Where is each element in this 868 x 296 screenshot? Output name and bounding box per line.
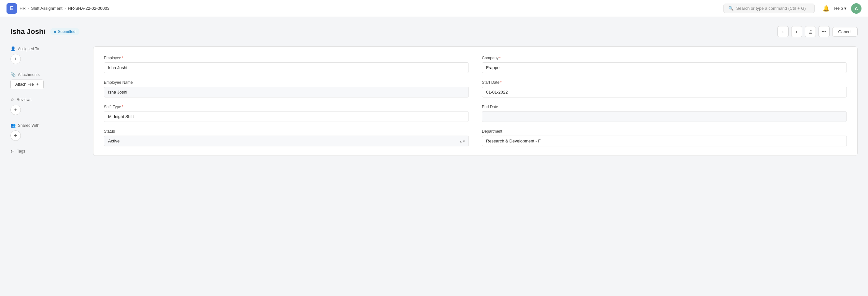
page-header-left: Isha Joshi Submitted — [10, 27, 80, 36]
logo-letter: E — [10, 5, 14, 11]
start-date-label: Start Date* — [482, 80, 847, 85]
assigned-to-add-button[interactable]: + — [10, 54, 21, 64]
reviews-add-button[interactable]: + — [10, 105, 21, 115]
next-button[interactable]: › — [791, 26, 802, 37]
search-bar[interactable]: 🔍 Search or type a command (Ctrl + G) — [723, 4, 815, 13]
paperclip-icon: 📎 — [10, 72, 16, 77]
end-date-label: End Date — [482, 105, 847, 109]
department-input[interactable] — [482, 136, 847, 146]
department-group: Department — [482, 129, 847, 146]
end-date-input[interactable] — [482, 111, 847, 122]
assigned-to-section: 👤 Assigned To + — [10, 46, 85, 64]
shift-type-group: Shift Type* — [104, 105, 469, 122]
status-select-wrapper: Active Inactive ▲▼ — [104, 136, 469, 146]
more-options-button[interactable]: ••• — [818, 26, 830, 37]
shared-icon: 👥 — [10, 123, 16, 128]
employee-name-group: Employee Name — [104, 80, 469, 98]
attachments-title: 📎 Attachments — [10, 72, 85, 77]
employee-name-label: Employee Name — [104, 80, 469, 85]
person-icon: 👤 — [10, 46, 16, 51]
sidebar: 👤 Assigned To + 📎 Attachments Attach Fil… — [10, 46, 85, 154]
attachments-label: Attachments — [18, 72, 40, 77]
status-badge: Submitted — [50, 28, 80, 35]
status-group: Status Active Inactive ▲▼ — [104, 129, 469, 146]
start-date-group: Start Date* — [482, 80, 847, 98]
assigned-to-title: 👤 Assigned To — [10, 46, 85, 51]
company-group: Company* — [482, 56, 847, 73]
shift-type-input[interactable] — [104, 111, 469, 122]
reviews-section: ☆ Reviews + — [10, 97, 85, 115]
reviews-label: Reviews — [17, 98, 31, 102]
attachments-section: 📎 Attachments Attach File + — [10, 72, 85, 89]
employee-group: Employee* — [104, 56, 469, 73]
employee-name-input — [104, 87, 469, 98]
company-input[interactable] — [482, 62, 847, 73]
shared-with-title: 👥 Shared With — [10, 123, 85, 128]
cancel-button[interactable]: Cancel — [832, 27, 858, 36]
start-date-input[interactable] — [482, 87, 847, 98]
search-icon: 🔍 — [728, 6, 734, 11]
status-select[interactable]: Active Inactive — [104, 136, 469, 146]
app-logo: E — [6, 3, 17, 14]
shared-with-add-button[interactable]: + — [10, 130, 21, 141]
prev-button[interactable]: ‹ — [777, 26, 788, 37]
topnav: E HR › Shift Assignment › HR-SHA-22-02-0… — [0, 0, 868, 17]
tags-label: Tags — [17, 149, 25, 154]
attach-file-label: Attach File — [15, 82, 34, 87]
assigned-to-label: Assigned To — [18, 47, 39, 51]
reviews-title: ☆ Reviews — [10, 97, 85, 102]
search-placeholder-text: Search or type a command (Ctrl + G) — [736, 6, 806, 11]
form-grid: Employee* Company* Employee Name — [104, 56, 847, 146]
form-card: Employee* Company* Employee Name — [93, 46, 858, 156]
attach-file-button[interactable]: Attach File + — [10, 80, 43, 89]
status-label-text: Submitted — [58, 29, 75, 34]
employee-input[interactable] — [104, 62, 469, 73]
shared-with-label: Shared With — [18, 123, 39, 128]
breadcrumb: HR › Shift Assignment › HR-SHA-22-02-000… — [20, 6, 110, 11]
tags-title: 🏷 Tags — [10, 149, 85, 154]
breadcrumb-sep-1: › — [28, 6, 29, 11]
content-area: 👤 Assigned To + 📎 Attachments Attach Fil… — [10, 46, 858, 156]
breadcrumb-shift-assignment[interactable]: Shift Assignment — [31, 6, 63, 11]
page-header-right: ‹ › 🖨 ••• Cancel — [777, 26, 858, 37]
shared-with-section: 👥 Shared With + — [10, 123, 85, 141]
employee-label: Employee* — [104, 56, 469, 60]
print-button[interactable]: 🖨 — [805, 26, 816, 37]
end-date-group: End Date — [482, 105, 847, 122]
help-menu[interactable]: Help ▾ — [834, 6, 846, 11]
attach-plus-icon: + — [36, 82, 39, 87]
user-avatar[interactable]: A — [851, 3, 862, 14]
star-icon: ☆ — [10, 97, 14, 102]
page-wrapper: Isha Joshi Submitted ‹ › 🖨 ••• Cancel 👤 … — [0, 17, 868, 165]
breadcrumb-current: HR-SHA-22-02-00003 — [68, 6, 110, 11]
status-label: Status — [104, 129, 469, 134]
help-label: Help — [834, 6, 843, 11]
status-dot — [54, 31, 56, 33]
notification-bell-icon[interactable]: 🔔 — [823, 5, 830, 12]
breadcrumb-sep-2: › — [64, 6, 66, 11]
tag-icon: 🏷 — [10, 149, 14, 154]
company-label: Company* — [482, 56, 847, 60]
help-chevron-icon: ▾ — [844, 6, 846, 11]
page-title: Isha Joshi — [10, 27, 45, 36]
tags-section: 🏷 Tags — [10, 149, 85, 154]
topnav-actions: 🔔 Help ▾ A — [823, 3, 862, 14]
department-label: Department — [482, 129, 847, 134]
breadcrumb-hr[interactable]: HR — [20, 6, 26, 11]
page-header: Isha Joshi Submitted ‹ › 🖨 ••• Cancel — [10, 26, 858, 37]
shift-type-label: Shift Type* — [104, 105, 469, 109]
